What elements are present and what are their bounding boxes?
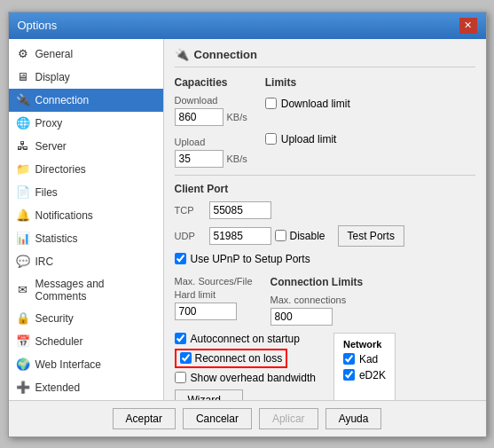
- close-button[interactable]: ✕: [459, 18, 477, 34]
- download-limit-label: Download limit: [281, 98, 350, 110]
- hard-limit-input[interactable]: [175, 303, 237, 320]
- download-limit-checkbox[interactable]: [265, 98, 277, 109]
- display-icon: 🖥: [16, 70, 30, 84]
- sidebar-label-webinterface: Web Interface: [35, 358, 101, 371]
- autoconnect-label: Autoconnect on startup: [191, 333, 300, 345]
- kad-checkbox[interactable]: [343, 353, 355, 365]
- content-panel: 🔌 Connection Capacities Download KB/s: [164, 39, 486, 400]
- sidebar-item-display[interactable]: 🖥Display: [9, 66, 163, 89]
- overhead-checkbox[interactable]: [175, 372, 186, 383]
- server-icon: 🖧: [16, 139, 30, 153]
- max-sources-label: Max. Sources/File: [175, 276, 253, 287]
- dialog-body: ⚙General🖥Display🔌Connection🌐Proxy🖧Server…: [9, 39, 486, 400]
- udp-label: UDP: [175, 231, 206, 241]
- max-connections-label: Max. connections: [271, 295, 364, 305]
- scheduler-icon: 📅: [16, 334, 30, 349]
- reconnect-checkbox[interactable]: [180, 352, 192, 364]
- sidebar-label-display: Display: [35, 71, 70, 83]
- sidebar-item-files[interactable]: 📄Files: [9, 181, 163, 204]
- sidebar-label-server: Server: [35, 140, 67, 153]
- limits-group: Limits Download limit Upload limit: [265, 76, 350, 168]
- upnp-label: Use UPnP to Setup Ports: [191, 253, 310, 265]
- title-bar: Options ✕: [9, 12, 486, 39]
- sidebar-item-notifications[interactable]: 🔔Notifications: [9, 204, 163, 227]
- sidebar-item-connection[interactable]: 🔌Connection: [9, 89, 163, 112]
- sidebar-item-extended[interactable]: ➕Extended: [9, 376, 163, 399]
- connection-limits-group: Connection Limits Max. connections: [271, 276, 364, 326]
- sidebar-item-messages[interactable]: ✉Messages and Comments: [9, 273, 163, 307]
- upload-input[interactable]: [175, 150, 223, 168]
- upload-limit-checkbox[interactable]: [265, 133, 277, 145]
- ed2k-label: eD2K: [359, 369, 386, 381]
- disable-label: Disable: [290, 230, 325, 242]
- client-port-header: Client Port: [175, 183, 475, 195]
- accept-button[interactable]: Aceptar: [113, 408, 176, 429]
- extended-icon: ➕: [16, 381, 30, 395]
- upnp-row: Use UPnP to Setup Ports: [175, 253, 475, 265]
- sidebar: ⚙General🖥Display🔌Connection🌐Proxy🖧Server…: [9, 39, 164, 400]
- sidebar-item-server[interactable]: 🖧Server: [9, 135, 163, 158]
- content-title: 🔌 Connection: [175, 48, 475, 67]
- connection-icon: 🔌: [16, 93, 30, 107]
- checkboxes-group: Autoconnect on startup Reconnect on loss…: [175, 333, 316, 400]
- ed2k-checkbox[interactable]: [343, 369, 355, 381]
- sidebar-label-general: General: [35, 48, 74, 60]
- proxy-icon: 🌐: [16, 116, 30, 130]
- reconnect-label: Reconnect on loss: [195, 352, 283, 365]
- sidebar-label-notifications: Notifications: [35, 209, 93, 222]
- test-ports-button[interactable]: Test Ports: [338, 225, 404, 247]
- tcp-row: TCP: [175, 201, 475, 219]
- cancel-button[interactable]: Cancelar: [183, 408, 252, 429]
- sidebar-item-webinterface[interactable]: 🌍Web Interface: [9, 353, 163, 376]
- conn-limits-header: Connection Limits: [271, 276, 364, 288]
- sidebar-item-proxy[interactable]: 🌐Proxy: [9, 112, 163, 135]
- upload-label: Upload: [175, 137, 206, 147]
- sidebar-label-statistics: Statistics: [35, 232, 78, 245]
- sidebar-item-security[interactable]: 🔒Security: [9, 307, 163, 330]
- autoconnect-network-section: Autoconnect on startup Reconnect on loss…: [175, 333, 475, 400]
- ed2k-row: eD2K: [343, 369, 386, 381]
- sidebar-item-irc[interactable]: 💬IRC: [9, 250, 163, 273]
- sidebar-label-messages: Messages and Comments: [35, 278, 156, 303]
- kad-row: Kad: [343, 353, 386, 365]
- autoconnect-checkbox[interactable]: [175, 333, 186, 344]
- disable-checkbox[interactable]: [275, 230, 286, 241]
- sidebar-label-proxy: Proxy: [35, 117, 63, 130]
- bottom-bar: Aceptar Cancelar Aplicar Ayuda: [9, 400, 486, 436]
- content-title-text: Connection: [194, 48, 258, 61]
- sidebar-item-directories[interactable]: 📁Directories: [9, 158, 163, 181]
- download-input[interactable]: [175, 108, 223, 126]
- wizard-button[interactable]: Wizard...: [175, 389, 243, 400]
- help-button[interactable]: Ayuda: [325, 408, 382, 429]
- client-port-group: Client Port TCP UDP Disable Test Ports U…: [175, 183, 475, 269]
- download-unit: KB/s: [227, 112, 247, 122]
- sidebar-item-statistics[interactable]: 📊Statistics: [9, 227, 163, 250]
- max-sources-group: Max. Sources/File Hard limit: [175, 276, 253, 326]
- sidebar-label-extended: Extended: [35, 381, 81, 394]
- download-input-row: KB/s: [175, 108, 247, 126]
- hard-limit-label: Hard limit: [175, 289, 253, 300]
- autoconnect-row: Autoconnect on startup: [175, 333, 316, 345]
- sidebar-item-scheduler[interactable]: 📅Scheduler: [9, 330, 163, 353]
- udp-input[interactable]: [209, 227, 271, 245]
- upnp-checkbox[interactable]: [175, 253, 186, 264]
- apply-button[interactable]: Aplicar: [259, 408, 318, 429]
- notifications-icon: 🔔: [16, 208, 30, 223]
- sidebar-item-general[interactable]: ⚙General: [9, 43, 163, 66]
- sidebar-label-security: Security: [35, 312, 74, 325]
- sidebar-label-directories: Directories: [35, 163, 86, 176]
- udp-row: UDP Disable Test Ports: [175, 225, 475, 247]
- tcp-input[interactable]: [209, 201, 271, 219]
- files-icon: 📄: [16, 185, 30, 200]
- messages-icon: ✉: [16, 283, 30, 297]
- download-label: Download: [175, 95, 218, 106]
- security-icon: 🔒: [16, 311, 30, 326]
- irc-icon: 💬: [16, 255, 30, 269]
- kad-label: Kad: [359, 353, 378, 365]
- upload-limit-label: Upload limit: [281, 133, 337, 145]
- general-icon: ⚙: [16, 47, 30, 61]
- upload-unit: KB/s: [227, 153, 247, 164]
- max-connections-input[interactable]: [271, 308, 333, 326]
- network-box: Network Kad eD2K: [333, 333, 396, 400]
- overhead-label: Show overhead bandwidth: [191, 372, 316, 384]
